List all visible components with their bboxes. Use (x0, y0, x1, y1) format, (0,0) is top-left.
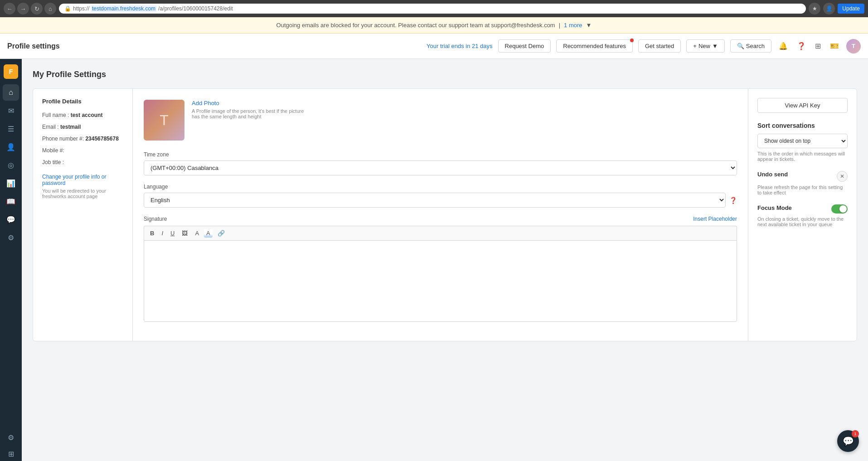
extension-icon[interactable]: ★ (809, 3, 820, 15)
url-scheme: https:// (73, 5, 89, 12)
focus-mode-section: Focus Mode ✓ On closing a ticket, quickl… (757, 204, 848, 227)
photo-section: T Add Photo A Profile image of the perso… (144, 100, 737, 141)
undo-send-toggle[interactable]: ✕ (837, 171, 848, 182)
timezone-select[interactable]: (GMT+00:00) Casablanca (GMT+00:00) UTC (… (144, 160, 737, 175)
profile-phone-row: Phone number #: 23456785678 (42, 135, 123, 143)
search-icon: 🔍 (737, 43, 744, 49)
sidebar-item-chat[interactable]: 💬 (3, 211, 19, 228)
undo-send-row: Undo send ✕ (757, 171, 848, 182)
profile-email-row: Email : testmail (42, 123, 123, 131)
focus-mode-hint: On closing a ticket, quickly move to the… (757, 216, 848, 227)
top-nav: Profile settings Your trial ends in 21 d… (0, 34, 868, 59)
focus-mode-row: Focus Mode ✓ (757, 204, 848, 214)
font-color-button[interactable]: A (193, 229, 201, 238)
get-started-button[interactable]: Get started (638, 39, 681, 53)
request-demo-button[interactable]: Request Demo (498, 39, 551, 53)
notification-bar: Outgoing emails are blocked for your acc… (0, 17, 868, 34)
photo-preview: T (144, 100, 184, 141)
sidebar-item-home[interactable]: ⌂ (3, 84, 19, 101)
undo-send-section: Undo send ✕ Please refresh the page for … (757, 171, 848, 195)
underline-button[interactable]: U (168, 229, 177, 238)
sidebar-item-settings[interactable]: ⚙ (3, 429, 19, 446)
sidebar-logo[interactable]: F (4, 64, 18, 79)
signature-toolbar: B I U 🖼 A A 🔗 (144, 226, 737, 240)
signature-editor[interactable] (144, 240, 737, 322)
url-path: /a/profiles/1060000157428/edit (158, 5, 233, 12)
sidebar-item-tickets[interactable]: ✉ (3, 102, 19, 119)
profile-sidebar-panel: Profile Details Full name : test account… (33, 89, 133, 341)
jobtitle-label: Job title : (42, 159, 64, 165)
sidebar-item-teams[interactable]: ◎ (3, 157, 19, 173)
recommended-features-button[interactable]: Recommended features (556, 39, 633, 53)
new-icon: + (693, 43, 697, 49)
back-button[interactable]: ← (4, 3, 15, 15)
undo-send-title: Undo send (757, 171, 788, 178)
timezone-label: Time zone (144, 151, 737, 158)
bg-color-button[interactable]: A (204, 229, 213, 238)
new-button[interactable]: + New ▼ (686, 39, 724, 53)
chat-widget-icon: 💬 (843, 436, 854, 446)
sort-conversations-title: Sort conversations (757, 122, 848, 129)
browser-nav-buttons: ← → ↻ ⌂ (4, 3, 56, 15)
sort-conversations-select[interactable]: Show oldest on top Show newest on top (757, 134, 848, 148)
photo-info: Add Photo A Profile image of the person,… (192, 100, 305, 119)
focus-mode-toggle[interactable]: ✓ (831, 204, 848, 214)
address-bar[interactable]: 🔒 https://testdomain.freshdesk.com/a/pro… (59, 4, 806, 14)
home-button[interactable]: ⌂ (44, 3, 56, 15)
top-nav-right: Your trial ends in 21 days Request Demo … (427, 39, 861, 53)
fullname-label: Full name : (42, 112, 69, 118)
section-title: My Profile Settings (33, 70, 857, 79)
notification-more-link[interactable]: 1 more (564, 22, 582, 29)
photo-hint: A Profile image of the person, it's best… (192, 108, 305, 119)
undo-send-info: Undo send (757, 171, 788, 180)
search-button[interactable]: 🔍 Search (730, 39, 771, 53)
email-value: testmail (60, 124, 81, 130)
insert-placeholder-button[interactable]: Insert Placeholder (693, 216, 737, 222)
help-button[interactable]: ❓ (795, 40, 808, 52)
app-body: F ⌂ ✉ ☰ 👤 ◎ 📊 📖 💬 ⚙ ⚙ ⊞ My Profile Setti… (0, 59, 868, 461)
browser-chrome: ← → ↻ ⌂ 🔒 https://testdomain.freshdesk.c… (0, 0, 868, 17)
signature-group: Signature Insert Placeholder B I U 🖼 A A… (144, 216, 737, 322)
italic-button[interactable]: I (159, 229, 165, 238)
apps-button[interactable]: ⊞ (813, 40, 823, 52)
fullname-value: test account (71, 112, 103, 118)
image-button[interactable]: 🖼 (179, 229, 190, 238)
profile-fullname-row: Full name : test account (42, 111, 123, 119)
trial-text: Your trial ends in 21 days (427, 43, 493, 49)
phone-label: Phone number #: (42, 136, 84, 142)
add-photo-link[interactable]: Add Photo (192, 100, 305, 107)
sidebar-grid-button[interactable]: ⊞ (3, 446, 19, 461)
chevron-icon: ▼ (712, 43, 718, 49)
avatar[interactable]: T (846, 39, 861, 53)
sidebar-item-automation[interactable]: ⚙ (3, 229, 19, 246)
bold-button[interactable]: B (148, 229, 156, 238)
profile-card: Profile Details Full name : test account… (33, 88, 857, 341)
profile-icon[interactable]: 👤 (823, 3, 835, 15)
view-api-key-button[interactable]: View API Key (757, 98, 848, 113)
right-panel: View API Key Sort conversations Show old… (748, 89, 857, 341)
focus-mode-info: Focus Mode (757, 204, 792, 213)
change-profile-subtext: You will be redirected to your freshwork… (42, 188, 123, 199)
sidebar-item-contacts[interactable]: 👤 (3, 139, 19, 155)
sidebar-item-reports[interactable]: 📊 (3, 175, 19, 191)
chat-widget[interactable]: 💬 1 (837, 430, 859, 452)
change-profile-link[interactable]: Change your profile info or password (42, 174, 123, 186)
language-select[interactable]: English French Spanish (144, 193, 726, 208)
link-button[interactable]: 🔗 (215, 229, 227, 238)
notifications-button[interactable]: 🔔 (777, 40, 790, 52)
app-container: Profile settings Your trial ends in 21 d… (0, 34, 868, 461)
sidebar-item-inbox[interactable]: ☰ (3, 121, 19, 137)
language-help-icon: ❓ (729, 197, 737, 204)
sidebar-bottom: ⚙ ⊞ (3, 429, 19, 461)
update-button[interactable]: Update (838, 4, 864, 14)
top-nav-left: Profile settings (7, 42, 60, 50)
url-domain: testdomain.freshdesk.com (91, 5, 156, 12)
email-label: Email : (42, 124, 59, 130)
refresh-button[interactable]: ↻ (31, 3, 43, 15)
sidebar-item-knowledge[interactable]: 📖 (3, 193, 19, 209)
tickets-button[interactable]: 🎫 (828, 40, 841, 52)
url-icon: 🔒 (64, 5, 71, 12)
sort-conversations-section: Sort conversations Show oldest on top Sh… (757, 122, 848, 162)
forward-button[interactable]: → (17, 3, 29, 15)
chevron-down-icon: ▼ (586, 22, 592, 29)
